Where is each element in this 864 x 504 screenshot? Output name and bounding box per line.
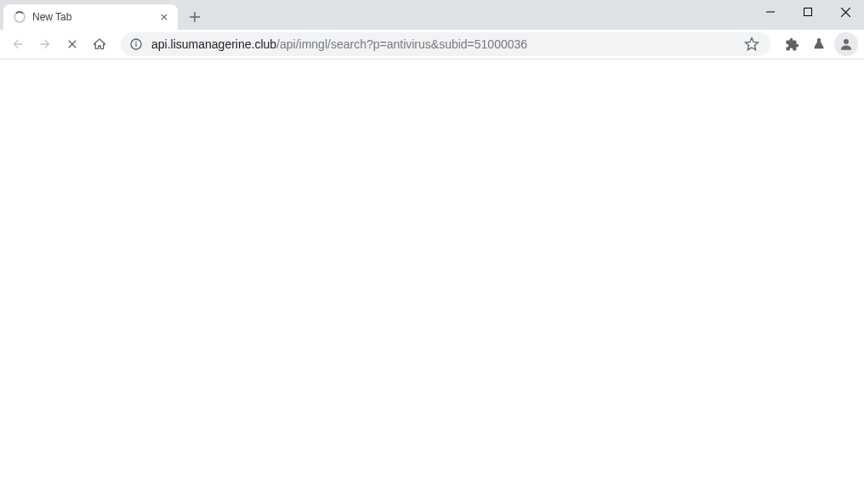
close-icon	[841, 8, 850, 17]
bookmark-button[interactable]	[742, 34, 762, 54]
profile-button[interactable]	[833, 32, 859, 56]
info-icon	[129, 37, 143, 51]
svg-point-3	[135, 42, 137, 43]
window-controls	[752, 0, 864, 24]
extensions-button[interactable]	[779, 32, 804, 56]
url-host: api.lisumanagerine.club	[151, 37, 276, 51]
address-bar[interactable]: api.lisumanagerine.club/api/imngl/search…	[121, 32, 770, 56]
maximize-button[interactable]	[789, 0, 827, 24]
minimize-button[interactable]	[752, 0, 789, 24]
close-icon	[65, 37, 79, 51]
tab-close-button[interactable]	[157, 10, 171, 24]
minimize-icon	[766, 8, 775, 16]
stop-button[interactable]	[60, 32, 85, 56]
forward-arrow-icon	[38, 37, 52, 51]
close-icon	[161, 14, 168, 20]
url-text: api.lisumanagerine.club/api/imngl/search…	[151, 37, 742, 51]
back-button[interactable]	[5, 32, 31, 56]
tab-title: New Tab	[32, 11, 157, 23]
new-tab-button[interactable]	[183, 5, 207, 29]
star-icon	[744, 37, 759, 52]
lab-extension-button[interactable]	[806, 32, 832, 56]
loading-spinner-icon	[14, 11, 26, 23]
site-info-button[interactable]	[129, 37, 143, 51]
tab-strip: New Tab	[0, 0, 864, 30]
flask-icon	[812, 37, 826, 51]
home-button[interactable]	[87, 32, 112, 56]
svg-rect-0	[804, 8, 812, 16]
tab-new-tab[interactable]: New Tab	[3, 4, 178, 30]
svg-point-4	[844, 39, 849, 44]
extension-icons	[779, 32, 859, 56]
person-icon	[838, 37, 854, 52]
toolbar: api.lisumanagerine.club/api/imngl/search…	[0, 30, 864, 59]
avatar	[834, 32, 858, 56]
forward-button[interactable]	[32, 32, 58, 56]
close-window-button[interactable]	[827, 0, 864, 24]
plus-icon	[189, 11, 201, 23]
puzzle-icon	[785, 37, 799, 52]
home-icon	[93, 37, 106, 51]
maximize-icon	[804, 8, 812, 16]
page-content	[0, 59, 864, 504]
url-path: /api/imngl/search?p=antivirus&subid=5100…	[276, 37, 527, 51]
back-arrow-icon	[11, 37, 25, 51]
